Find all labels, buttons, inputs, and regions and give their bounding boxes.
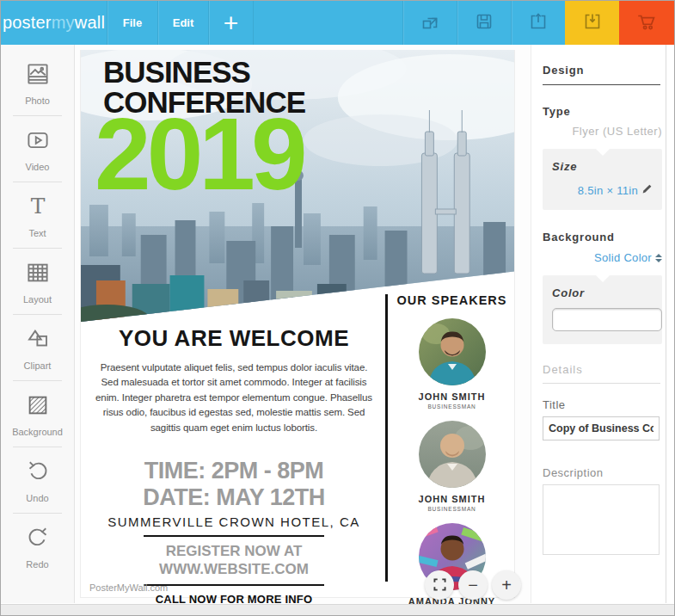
zoom-in-button[interactable]: +	[492, 570, 521, 600]
sidebar-item-label: Photo	[25, 95, 50, 106]
plus-icon: +	[501, 576, 512, 595]
main-area: Photo Video T Text	[1, 45, 674, 603]
resize-button[interactable]	[402, 1, 457, 45]
speaker-role: BUSINESSMAN	[388, 403, 516, 410]
cart-icon	[635, 10, 658, 36]
resize-icon	[420, 11, 440, 35]
sidebar-item-label: Redo	[26, 559, 48, 570]
sidebar-item-undo[interactable]: Undo	[1, 447, 74, 514]
description-label: Description	[543, 466, 662, 479]
panel-divider	[543, 84, 660, 85]
download-icon	[582, 11, 603, 35]
background-label: Background	[543, 231, 662, 243]
speaker-photo	[419, 421, 486, 488]
sidebar-item-background[interactable]: Background	[1, 381, 74, 447]
logo-wall: wall	[75, 13, 105, 33]
layout-grid-icon	[25, 260, 51, 289]
title-input[interactable]	[543, 416, 660, 440]
cart-button[interactable]	[619, 1, 674, 45]
sidebar-item-clipart[interactable]: Clipart	[1, 315, 74, 381]
speaker-role: BUSINESSMAN	[388, 506, 516, 512]
add-element-button[interactable]: +	[208, 1, 253, 45]
flyer-design[interactable]: BUSINESS CONFERENCE 2019 YOU ARE WELCOME…	[80, 50, 515, 598]
speaker-name: JOHN SMITH	[388, 494, 516, 504]
edit-pencil-icon[interactable]	[641, 183, 653, 197]
topbar-spacer	[254, 1, 402, 45]
app-logo[interactable]: postermywall	[1, 1, 107, 45]
date-line[interactable]: DATE: MAY 12TH	[81, 484, 387, 510]
type-value: Flyer (US Letter)	[543, 125, 662, 138]
speaker-card[interactable]: JOHN SMITH BUSINESSMAN	[388, 318, 516, 410]
venue-line[interactable]: SUMMERVILLE CROWN HOTEL, CA	[81, 514, 387, 529]
sidebar-item-label: Video	[26, 162, 50, 172]
topbar: postermywall File Edit +	[1, 1, 674, 45]
register-line1[interactable]: REGISTER NOW AT	[81, 542, 387, 560]
sidebar-item-video[interactable]: Video	[1, 116, 74, 182]
bottom-strip	[1, 604, 674, 615]
description-textarea[interactable]	[543, 484, 660, 555]
fullscreen-icon	[433, 576, 446, 595]
color-swatch[interactable]	[552, 308, 662, 331]
flyer-title-line1: BUSINESS	[103, 57, 305, 87]
edit-menu-label: Edit	[173, 16, 194, 29]
file-menu-label: File	[123, 16, 142, 29]
fullscreen-button[interactable]	[425, 570, 454, 600]
speakers-heading[interactable]: OUR SPEAKERS	[388, 293, 516, 307]
speaker-photo	[419, 318, 486, 385]
logo-my: my	[52, 13, 75, 33]
color-label: Color	[552, 286, 653, 299]
undo-icon	[25, 459, 51, 488]
sidebar-item-photo[interactable]: Photo	[1, 50, 74, 116]
plus-icon: +	[224, 9, 239, 38]
size-box: Size 8.5in × 11in	[543, 149, 662, 210]
speakers-column: OUR SPEAKERS	[388, 293, 516, 614]
save-button[interactable]	[457, 1, 511, 45]
edit-menu[interactable]: Edit	[157, 1, 208, 45]
logo-poster: poster	[3, 13, 52, 33]
flyer-year[interactable]: 2019	[95, 103, 304, 205]
sidebar-item-label: Text	[28, 228, 46, 238]
speaker-card[interactable]: AMANDA JONNY BUSINESSMAN	[388, 523, 516, 614]
sidebar-item-label: Clipart	[24, 360, 52, 371]
sort-arrows-icon[interactable]	[655, 254, 662, 262]
design-panel: Design Type Flyer (US Letter) Size 8.5in…	[531, 45, 674, 603]
panel-scrollbar[interactable]	[666, 45, 666, 603]
background-value-link[interactable]: Solid Color	[594, 251, 652, 264]
video-icon	[25, 127, 51, 157]
download-button[interactable]	[565, 1, 619, 45]
background-texture-icon	[25, 392, 51, 422]
divider-rule	[144, 535, 324, 537]
size-label: Size	[552, 160, 653, 173]
time-line[interactable]: TIME: 2PM - 8PM	[81, 458, 387, 484]
share-icon	[528, 11, 549, 35]
details-heading: Details	[543, 363, 662, 376]
size-value-link[interactable]: 8.5in × 11in	[578, 184, 638, 197]
redo-icon	[25, 525, 51, 554]
sidebar-item-text[interactable]: T Text	[1, 182, 74, 249]
color-box: Color	[543, 275, 662, 344]
file-menu[interactable]: File	[107, 1, 157, 45]
svg-text:T: T	[30, 194, 45, 219]
sidebar-item-redo[interactable]: Redo	[1, 514, 74, 580]
register-line2[interactable]: WWW.WEBSITE.COM	[81, 560, 387, 578]
save-icon	[474, 11, 494, 35]
welcome-paragraph[interactable]: Praesent vulputate aliquet felis, sed te…	[92, 360, 376, 435]
welcome-heading[interactable]: YOU ARE WELCOME	[81, 325, 387, 352]
text-icon: T	[25, 194, 51, 223]
minus-icon: −	[468, 576, 478, 595]
zoom-out-button[interactable]: −	[458, 570, 488, 600]
speaker-card[interactable]: JOHN SMITH BUSINESSMAN	[388, 421, 516, 512]
divider-rule	[144, 584, 324, 586]
clipart-shapes-icon	[25, 326, 51, 355]
left-toolbar: Photo Video T Text	[1, 45, 75, 603]
sidebar-item-layout[interactable]: Layout	[1, 249, 74, 315]
sidebar-item-label: Undo	[26, 493, 48, 503]
sidebar-item-label: Background	[12, 427, 63, 437]
watermark: PosterMyWall.com	[89, 582, 168, 593]
zoom-controls: − +	[425, 570, 521, 600]
title-label: Title	[543, 398, 662, 411]
flyer-body: YOU ARE WELCOME Praesent vulputate aliqu…	[81, 325, 387, 616]
photo-icon	[25, 61, 51, 90]
sidebar-item-label: Layout	[23, 294, 52, 305]
share-button[interactable]	[511, 1, 565, 45]
